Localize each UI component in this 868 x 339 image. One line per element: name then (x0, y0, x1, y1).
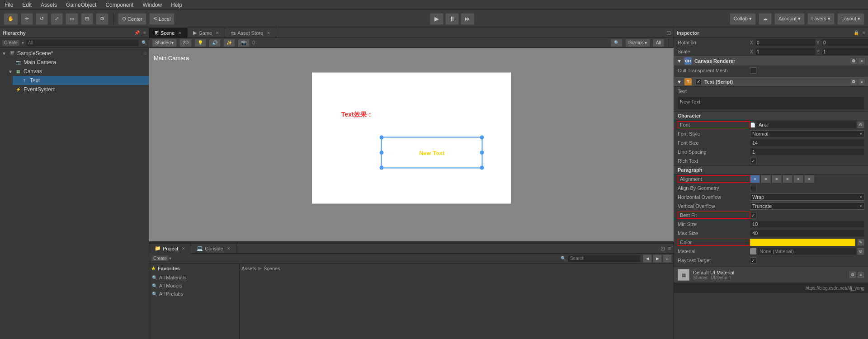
canvas-renderer-header[interactable]: ▼ CR Canvas Renderer ⚙ ≡ (674, 56, 868, 66)
tree-item-sample-scene[interactable]: ▼ 🎬 SampleScene* ⊙ (0, 49, 149, 58)
font-value-input[interactable]: Arial (756, 121, 856, 128)
console-tab-close[interactable]: ✕ (227, 246, 231, 251)
menu-edit[interactable]: Edit (18, 1, 36, 9)
align-left-top-btn[interactable]: ≡ (750, 175, 760, 183)
move-tool[interactable]: ✛ (21, 13, 33, 25)
new-text-selection-box[interactable]: New Text (381, 137, 483, 169)
menu-assets[interactable]: Assets (36, 1, 61, 9)
handle-br[interactable] (480, 166, 484, 170)
project-tab-close[interactable]: ✕ (182, 246, 185, 251)
menu-window[interactable]: Window (138, 1, 166, 9)
align-left-mid-btn[interactable]: ≡ (783, 175, 793, 183)
handle-mr[interactable] (480, 151, 484, 155)
canvas-renderer-settings-btn[interactable]: ⚙ (850, 57, 857, 65)
asset-store-close[interactable]: ✕ (267, 31, 270, 35)
project-home-btn[interactable]: ⌂ (663, 254, 672, 263)
font-select-btn[interactable]: ⊙ (857, 121, 864, 128)
tab-game[interactable]: ▶ Game ✕ (188, 28, 225, 38)
project-menu-icon[interactable]: ≡ (668, 245, 674, 252)
handle-tr[interactable] (480, 136, 484, 140)
min-size-input[interactable]: 10 (750, 221, 864, 228)
scene-camera-toggle[interactable]: 📷 (238, 39, 250, 47)
text-script-header[interactable]: ▼ T Text (Script) ⚙ ≡ (674, 77, 868, 87)
color-swatch[interactable] (750, 239, 855, 246)
scene-maximize-icon[interactable]: ⊡ (666, 30, 674, 36)
layout-dropdown[interactable]: Layout ▾ (837, 13, 864, 25)
pause-button[interactable]: ⏸ (445, 13, 459, 25)
text-script-enabled-checkbox[interactable] (695, 79, 702, 85)
color-edit-btn[interactable]: ✎ (857, 239, 864, 246)
scale-x-input[interactable]: 1 (755, 48, 816, 55)
align-right-top-btn[interactable]: ≡ (772, 175, 782, 183)
rotate-tool[interactable]: ↺ (36, 13, 48, 25)
fx-toggle[interactable]: ✨ (223, 39, 235, 47)
font-size-input[interactable]: 14 (750, 139, 864, 146)
h-overflow-dropdown[interactable]: Wrap ▾ (750, 193, 864, 201)
raycast-checkbox[interactable] (750, 257, 756, 264)
rich-text-checkbox[interactable] (750, 158, 756, 164)
fav-all-prefabs[interactable]: 🔍 All Prefabs (151, 290, 237, 298)
tree-item-canvas[interactable]: ▼ ▦ Canvas (6, 67, 149, 76)
game-tab-close[interactable]: ✕ (216, 31, 219, 35)
breadcrumb-assets[interactable]: Assets (241, 266, 256, 271)
align-center-mid-btn[interactable]: ≡ (793, 175, 803, 183)
tab-project[interactable]: 📁 Project ✕ (149, 244, 191, 254)
transform-tool[interactable]: ⊞ (81, 13, 93, 25)
tab-asset-store[interactable]: 🛍 Asset Store ✕ (225, 28, 276, 38)
menu-file[interactable]: File (0, 1, 18, 9)
lights-toggle[interactable]: 💡 (194, 39, 206, 47)
tab-scene[interactable]: ⊞ Scene ✕ (149, 28, 188, 38)
align-right-mid-btn[interactable]: ≡ (804, 175, 814, 183)
fav-all-models[interactable]: 🔍 All Models (151, 282, 237, 290)
scale-tool[interactable]: ⤢ (51, 13, 63, 25)
fav-all-materials[interactable]: 🔍 All Materials (151, 273, 237, 282)
text-script-menu-btn[interactable]: ≡ (858, 78, 865, 85)
v-overflow-dropdown[interactable]: Truncate ▾ (750, 202, 864, 210)
hierarchy-search-input[interactable] (26, 39, 139, 47)
account-dropdown[interactable]: Account ▾ (774, 13, 805, 25)
shaded-dropdown[interactable]: Shaded ▾ (152, 39, 177, 47)
all-dropdown[interactable]: All (653, 39, 664, 47)
rotation-x-input[interactable] (755, 39, 816, 46)
scale-y-input[interactable]: 1 (822, 48, 868, 55)
project-prev-btn[interactable]: ◀ (643, 254, 652, 263)
scene-search-btn[interactable]: 🔍 (611, 39, 623, 47)
local-button[interactable]: ⟲ Local (149, 13, 175, 25)
cull-mesh-checkbox[interactable] (750, 67, 756, 74)
hand-tool[interactable]: ✋ (4, 13, 18, 25)
project-search-input[interactable] (568, 255, 640, 262)
layers-dropdown[interactable]: Layers ▾ (807, 13, 835, 25)
best-fit-checkbox[interactable] (750, 212, 756, 218)
collab-dropdown[interactable]: Collab ▾ (730, 13, 756, 25)
align-by-geom-checkbox[interactable] (750, 185, 756, 191)
menu-component[interactable]: Component (101, 1, 138, 9)
default-material-settings-btn[interactable]: ⚙ (849, 271, 856, 278)
step-button[interactable]: ⏭ (461, 13, 474, 25)
project-create-btn[interactable]: Create (151, 255, 169, 262)
handle-ml[interactable] (380, 151, 384, 155)
max-size-input[interactable]: 40 (750, 230, 864, 237)
menu-help[interactable]: Help (166, 1, 187, 9)
font-style-dropdown[interactable]: Normal ▾ (750, 130, 864, 137)
material-input[interactable]: None (Material) (757, 248, 856, 255)
rect-tool[interactable]: ▭ (66, 13, 78, 25)
material-select-btn[interactable]: ⊙ (857, 248, 864, 255)
tab-console[interactable]: 💻 Console ✕ (191, 244, 236, 254)
align-center-top-btn[interactable]: ≡ (761, 175, 771, 183)
tree-item-eventsystem[interactable]: ⚡ EventSystem (6, 85, 149, 94)
handle-bl[interactable] (380, 166, 384, 170)
text-preview-area[interactable]: New Text (678, 97, 864, 109)
line-spacing-input[interactable]: 1 (750, 148, 864, 155)
inspector-menu-icon[interactable]: ≡ (863, 30, 865, 35)
2d-button[interactable]: 2D (179, 39, 192, 47)
project-next-btn[interactable]: ▶ (653, 254, 662, 263)
tree-item-text[interactable]: T Text (13, 76, 149, 85)
center-button[interactable]: ⊙ Center (118, 13, 146, 25)
scene-content[interactable]: Main Camera Text效果： New Text (149, 48, 674, 241)
hierarchy-create-btn[interactable]: Create (2, 39, 20, 46)
scene-tab-close[interactable]: ✕ (178, 31, 182, 35)
audio-toggle[interactable]: 🔊 (209, 39, 221, 47)
cloud-button[interactable]: ☁ (759, 13, 772, 25)
canvas-renderer-menu-btn[interactable]: ≡ (858, 57, 865, 65)
menu-gameobject[interactable]: GameObject (61, 1, 101, 9)
